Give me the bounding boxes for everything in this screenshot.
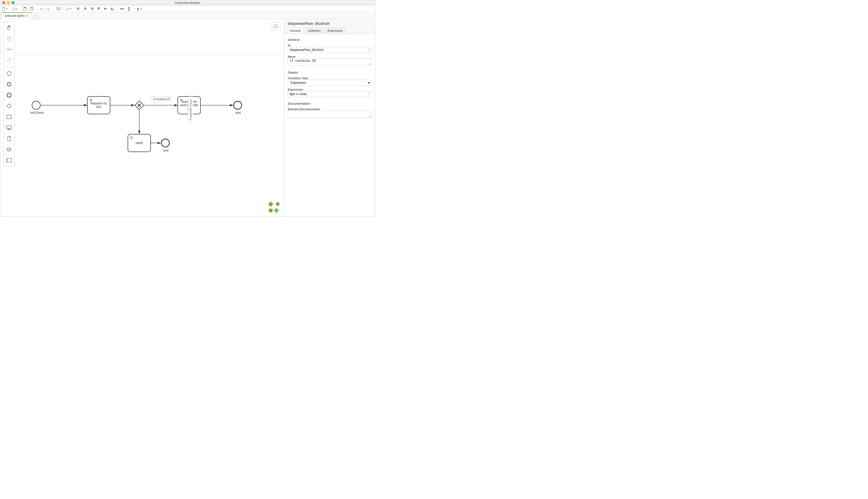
group-general: General (288, 38, 371, 41)
titlebar: Camunda Modeler (0, 0, 375, 5)
svg-rect-30 (128, 10, 130, 11)
prop-tab-extensions[interactable]: Extensions (325, 28, 345, 34)
deploy-button[interactable] (136, 6, 142, 12)
align-middle-button[interactable] (103, 6, 108, 12)
canvas[interactable]: Initi Event Request my API if contains I… (15, 19, 284, 216)
hand-tool[interactable] (5, 23, 13, 32)
save-as-button[interactable] (29, 6, 34, 12)
start-event[interactable] (32, 101, 40, 110)
svg-point-70 (131, 136, 132, 138)
service-task-icon (89, 98, 93, 102)
svg-rect-39 (7, 115, 11, 119)
distribute-horizontal-button[interactable] (119, 6, 125, 12)
name-input[interactable]: if contains ID (288, 58, 371, 65)
distribute-vertical-button[interactable] (126, 6, 132, 12)
window-title: Camunda Modeler (0, 1, 375, 5)
redo-button[interactable] (46, 6, 51, 12)
prop-tab-general[interactable]: General (287, 28, 303, 34)
create-end-event[interactable] (5, 91, 13, 99)
expression-label: Expression (288, 88, 371, 91)
create-intermediate-event[interactable] (5, 80, 13, 89)
align-left-button[interactable] (76, 6, 81, 12)
svg-rect-11 (84, 8, 86, 9)
align-bottom-button[interactable] (109, 6, 115, 12)
svg-rect-9 (77, 9, 79, 10)
bpmn-palette (3, 22, 15, 167)
group-documentation: Documentation (288, 102, 371, 106)
svg-rect-28 (128, 7, 130, 8)
create-start-event[interactable] (5, 69, 13, 78)
exclusive-gateway[interactable] (134, 100, 144, 110)
svg-rect-26 (122, 8, 123, 10)
svg-point-36 (8, 83, 11, 86)
tab-onboard-bpmn[interactable]: onboard.bpmn (1, 12, 32, 19)
close-window-button[interactable] (2, 1, 5, 4)
minimize-window-button[interactable] (7, 1, 10, 4)
svg-rect-29 (128, 8, 130, 9)
clear-id-button[interactable]: × (368, 48, 370, 51)
svg-rect-23 (111, 8, 112, 10)
svg-rect-17 (98, 8, 98, 10)
create-participant[interactable] (5, 156, 13, 165)
svg-rect-12 (85, 9, 86, 10)
svg-rect-18 (99, 8, 100, 9)
id-input[interactable] (288, 47, 371, 53)
end-event-2[interactable] (161, 138, 170, 147)
prop-tab-listeners[interactable]: Listeners (305, 28, 324, 34)
align-right-button[interactable] (89, 6, 95, 12)
undo-button[interactable] (39, 6, 45, 12)
svg-rect-8 (77, 8, 79, 9)
lasso-tool[interactable] (5, 34, 13, 43)
condition-type-select[interactable]: Expression (288, 80, 371, 86)
svg-rect-4 (31, 7, 32, 8)
svg-rect-72 (268, 202, 273, 207)
group-details: Details (288, 71, 371, 74)
create-subprocess[interactable] (5, 123, 13, 132)
save-button[interactable] (22, 6, 28, 12)
svg-point-42 (7, 147, 11, 149)
svg-rect-14 (91, 8, 93, 9)
expression-input[interactable] (288, 91, 371, 97)
end-event-1-label: end (234, 111, 242, 114)
properties-panel-toggle[interactable]: Properties Panel (166, 96, 193, 101)
align-center-button[interactable] (83, 6, 88, 12)
create-data-object[interactable] (5, 134, 13, 143)
export-image-button[interactable] (55, 6, 61, 12)
svg-rect-20 (104, 8, 105, 10)
create-task[interactable] (5, 112, 13, 121)
svg-rect-3 (30, 7, 33, 10)
connectors-layer (15, 19, 284, 215)
create-gateway[interactable] (5, 101, 13, 110)
svg-line-57 (92, 101, 92, 101)
svg-line-59 (92, 99, 92, 99)
documentation-input[interactable] (288, 111, 371, 118)
clear-expression-button[interactable]: × (368, 92, 370, 96)
svg-rect-27 (123, 8, 124, 10)
end-event-2-label: end (162, 149, 170, 152)
align-top-button[interactable] (96, 6, 102, 12)
svg-rect-24 (112, 9, 113, 10)
global-connect-tool[interactable] (5, 56, 13, 65)
new-file-button[interactable] (2, 6, 8, 12)
svg-rect-38 (7, 104, 11, 108)
new-tab-button[interactable]: + (33, 13, 39, 19)
create-data-store[interactable] (5, 145, 13, 154)
svg-point-34 (7, 71, 11, 75)
properties-panel: SequenceFlow_0hz3nch General Listeners E… (284, 19, 375, 216)
start-event-label: Initi Event (29, 111, 45, 114)
minimap-toggle[interactable] (271, 23, 280, 30)
zoom-window-button[interactable] (12, 1, 14, 4)
set-color-button[interactable] (66, 6, 71, 12)
space-tool[interactable] (5, 45, 13, 54)
condition-type-label: Condition Type (288, 76, 371, 80)
map-icon (273, 24, 278, 29)
svg-rect-73 (269, 209, 273, 212)
end-event-1[interactable] (233, 101, 242, 110)
task-label: Request my API (89, 101, 108, 109)
file-tabs: onboard.bpmn + (0, 12, 375, 19)
open-file-button[interactable] (12, 6, 17, 12)
task-verify[interactable]: verify (128, 134, 151, 152)
properties-title: SequenceFlow_0hz3nch (284, 19, 375, 28)
task-request-my-api[interactable]: Request my API (87, 96, 110, 114)
svg-rect-43 (7, 158, 12, 162)
